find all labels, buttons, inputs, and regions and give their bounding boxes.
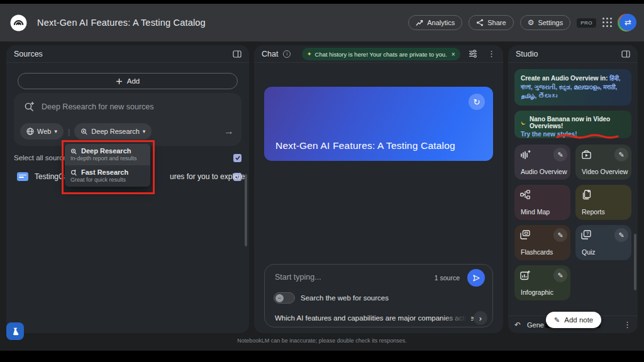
web-source-dropdown[interactable]: Web ▾ <box>20 123 64 140</box>
nano-banner-title: Nano Banana now in Video Overviews! <box>530 116 625 129</box>
analytics-icon <box>416 19 423 26</box>
fast-research-icon <box>70 169 77 176</box>
submit-arrow-icon[interactable]: → <box>224 126 234 137</box>
generating-item-label: Gene <box>527 321 544 329</box>
chat-history-banner: ✦ Chat history is here! Your chats are p… <box>302 48 460 60</box>
tile-flashcards[interactable]: ✎ Flashcards <box>514 225 570 260</box>
research-input-placeholder[interactable]: Deep Research for new sources <box>42 102 154 111</box>
source-count: 1 source <box>435 274 460 282</box>
suggestion-fade <box>442 310 471 325</box>
share-button[interactable]: Share <box>469 15 513 30</box>
close-icon[interactable]: × <box>452 51 455 58</box>
tile-quiz[interactable]: ? ✎ Quiz <box>575 225 631 260</box>
web-search-toggle[interactable]: − <box>274 292 295 304</box>
collapse-panel-icon[interactable] <box>621 50 630 58</box>
pencil-icon: ✎ <box>554 317 560 324</box>
chat-banner-text: Chat history is here! Your chats are pri… <box>315 51 447 58</box>
apps-grid-icon[interactable] <box>602 18 613 28</box>
sparkle-icon: ✦ <box>307 51 312 57</box>
select-all-checkbox[interactable] <box>233 154 242 162</box>
quiz-icon: ? <box>581 230 591 242</box>
sources-title: Sources <box>14 50 43 58</box>
chat-title: Chat <box>262 50 278 58</box>
add-source-button[interactable]: Add <box>18 73 238 89</box>
web-search-label: Search the web for sources <box>301 294 389 302</box>
tile-video-overview[interactable]: ✎ Video Overview <box>575 145 631 180</box>
tile-mind-map[interactable]: Mind Map <box>514 185 570 220</box>
search-sparkle-icon <box>24 101 35 114</box>
edit-pencil-icon[interactable]: ✎ <box>553 228 567 242</box>
flask-icon <box>11 327 20 336</box>
refresh-icon[interactable]: ↻ <box>469 94 485 110</box>
sources-scrollbar[interactable] <box>245 174 247 246</box>
deep-research-icon <box>70 148 77 155</box>
disclaimer-text: NotebookLM can be inaccurate; please dou… <box>0 337 644 344</box>
studio-panel: Studio Create an Audio Overview in: हिंद… <box>508 45 638 333</box>
share-label: Share <box>487 19 506 26</box>
edit-pencil-icon[interactable]: ✎ <box>614 148 628 162</box>
more-options-icon[interactable]: ⋮ <box>623 320 631 329</box>
studio-tiles: ✎ Audio Overview ✎ Video Overview Mind M… <box>514 145 631 300</box>
red-scribble-annotation <box>556 133 626 140</box>
research-mode-dropdown[interactable]: Deep Research ▾ <box>74 123 152 140</box>
notebook-hero-card: ↻ Next-Gen AI Features: A Testing Catalo… <box>264 87 493 161</box>
tile-infographic[interactable]: ✎ Infographic <box>514 265 570 300</box>
tile-label: Mind Map <box>521 208 550 216</box>
labs-flask-button[interactable] <box>6 322 24 340</box>
undo-arrow-icon: ↶ <box>514 321 521 329</box>
settings-label: Settings <box>538 19 563 26</box>
tune-icon[interactable] <box>469 50 477 58</box>
menu-item-title: Deep Research <box>81 147 131 155</box>
edit-pencil-icon[interactable]: ✎ <box>553 268 567 282</box>
menu-item-deep-research[interactable]: Deep Research In-depth report and result… <box>65 144 150 165</box>
svg-text:?: ? <box>586 231 589 236</box>
toggle-knob: − <box>275 294 284 302</box>
edit-pencil-icon[interactable]: ✎ <box>614 228 628 242</box>
chat-input-placeholder[interactable]: Start typing... <box>275 273 321 282</box>
menu-item-subtitle: In-depth report and results <box>70 155 145 162</box>
add-note-button[interactable]: ✎ Add note <box>546 312 601 328</box>
document-icon <box>17 172 28 181</box>
select-all-label: Select all sources <box>14 154 70 162</box>
deep-research-card: Deep Research for new sources Web ▾ | De… <box>14 93 242 146</box>
notebook-title: Next-Gen AI Features: A Testing Catalog <box>37 18 206 28</box>
plus-icon <box>116 78 123 85</box>
more-options-icon[interactable]: ⋮ <box>487 49 496 58</box>
analytics-button[interactable]: Analytics <box>408 15 462 30</box>
divider: | <box>68 127 70 136</box>
notebooklm-logo-icon[interactable] <box>10 14 27 31</box>
edit-pencil-icon[interactable]: ✎ <box>553 148 567 162</box>
chevron-right-icon[interactable]: › <box>474 311 487 325</box>
share-icon <box>476 19 484 26</box>
menu-item-fast-research[interactable]: Fast Research Great for quick results <box>65 165 150 187</box>
web-search-toggle-row: − Search the web for sources <box>274 292 389 304</box>
nano-banana-banner[interactable]: Nano Banana now in Video Overviews! Try … <box>514 111 631 138</box>
audio-banner-label: Create an Audio Overview in: <box>521 75 608 82</box>
studio-header: Studio <box>508 45 638 63</box>
analytics-label: Analytics <box>427 19 455 26</box>
studio-scrollbar[interactable] <box>634 234 636 290</box>
studio-title: Studio <box>516 50 538 58</box>
topbar-actions: Analytics Share ⚙ Settings PRO ⇄ <box>408 14 636 31</box>
audio-languages-banner[interactable]: Create an Audio Overview in: हिंदी, বাংল… <box>514 69 631 106</box>
tile-label: Flashcards <box>521 248 553 256</box>
tile-audio-overview[interactable]: ✎ Audio Overview <box>514 145 570 180</box>
tile-label: Reports <box>582 208 605 216</box>
info-icon[interactable]: i <box>283 50 291 58</box>
swap-arrows-icon: ⇄ <box>619 14 636 31</box>
globe-icon <box>26 128 34 135</box>
chat-panel: Chat i ✦ Chat history is here! Your chat… <box>254 45 503 333</box>
mindmap-icon <box>520 190 530 202</box>
banana-icon <box>521 119 526 126</box>
account-avatar[interactable]: ⇄ <box>619 14 636 31</box>
topbar: Next-Gen AI Features: A Testing Catalog … <box>0 4 644 41</box>
sources-panel: Sources Add Deep Research for new source… <box>6 45 249 333</box>
send-icon <box>472 274 480 282</box>
notebooklm-app: Next-Gen AI Features: A Testing Catalog … <box>0 0 644 362</box>
sources-header: Sources <box>6 45 249 63</box>
tile-reports[interactable]: Reports <box>575 185 631 220</box>
collapse-panel-icon[interactable] <box>233 50 242 58</box>
reports-icon <box>581 190 591 202</box>
settings-button[interactable]: ⚙ Settings <box>520 15 571 30</box>
send-button[interactable] <box>467 269 485 287</box>
